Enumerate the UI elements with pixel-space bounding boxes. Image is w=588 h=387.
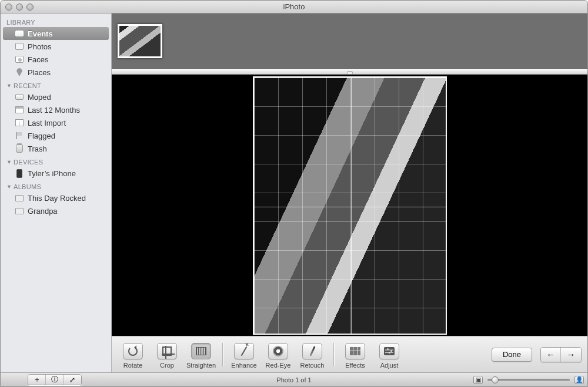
info-button[interactable]: ⓘ xyxy=(46,375,64,385)
disclosure-triangle-icon: ▼ xyxy=(6,159,12,165)
previous-photo-button[interactable]: ← xyxy=(541,348,561,362)
iphone-icon xyxy=(15,169,24,178)
info-icon: ⓘ xyxy=(51,375,58,385)
close-window-icon[interactable] xyxy=(5,4,12,11)
sidebar-section-devices-header[interactable]: ▼ DEVICES xyxy=(1,155,111,167)
zoom-window-icon[interactable] xyxy=(26,4,34,11)
sidebar-item-events[interactable]: Events xyxy=(3,27,109,40)
filmstrip xyxy=(112,14,587,69)
redeye-button[interactable]: Red-Eye xyxy=(263,341,293,369)
sidebar-item-photos[interactable]: Photos xyxy=(3,40,109,53)
wand-icon xyxy=(241,346,248,356)
photo-nav-buttons: ← → xyxy=(540,347,582,362)
redeye-icon xyxy=(273,346,283,356)
retouch-button[interactable]: Retouch xyxy=(297,341,328,369)
effects-icon xyxy=(350,347,360,355)
button-label: Adjust xyxy=(380,362,399,369)
sidebar-section-library-header: LIBRARY xyxy=(1,15,111,27)
effects-button[interactable]: Effects xyxy=(340,341,370,369)
filmstrip-resize-handle[interactable] xyxy=(112,69,587,75)
sidebar-item-faces[interactable]: Faces xyxy=(3,53,109,66)
sidebar-item-label: Flagged xyxy=(28,132,55,140)
sidebar-item-label: Photos xyxy=(28,42,51,51)
sidebar-item-last-12-months[interactable]: Last 12 Months xyxy=(3,103,109,116)
done-button[interactable]: Done xyxy=(492,348,532,362)
sidebar-item-last-import[interactable]: ↓ Last Import xyxy=(3,116,109,129)
sidebar-item-label: Events xyxy=(28,29,53,38)
sidebar-item-trash[interactable]: Trash xyxy=(3,142,109,155)
toolbar-separator xyxy=(333,343,334,366)
add-button[interactable]: ＋ xyxy=(28,375,46,385)
places-icon xyxy=(15,68,24,77)
crop-button[interactable]: Crop xyxy=(152,341,182,369)
album-icon xyxy=(15,206,24,216)
calendar-icon xyxy=(15,105,24,115)
bottom-left-tools: ＋ ⓘ ⤢ xyxy=(28,374,82,385)
flag-icon xyxy=(15,131,24,140)
sidebar-item-label: This Day Rocked xyxy=(28,194,86,203)
sidebar-section-albums-header[interactable]: ▼ ALBUMS xyxy=(1,180,111,191)
sidebar-item-flagged[interactable]: Flagged xyxy=(3,129,109,142)
sidebar-item-label: Grandpa xyxy=(28,207,58,216)
button-label: Rotate xyxy=(123,362,142,369)
rotate-button[interactable]: Rotate xyxy=(118,341,148,369)
next-photo-button[interactable]: → xyxy=(561,348,581,362)
button-label: Crop xyxy=(160,362,174,369)
window-controls xyxy=(5,4,34,11)
straighten-button[interactable]: Straighten xyxy=(186,341,216,369)
sidebar-item-tylers-iphone[interactable]: Tyler’s iPhone xyxy=(3,167,109,180)
thumbnail[interactable] xyxy=(118,24,162,58)
rotate-icon xyxy=(128,346,138,356)
faces-icon xyxy=(15,55,24,64)
trash-icon xyxy=(15,144,24,153)
retouch-icon xyxy=(309,346,315,356)
slideshow-icon: ▣ xyxy=(476,376,481,383)
last-import-icon: ↓ xyxy=(15,118,24,127)
album-icon xyxy=(15,193,24,203)
status-bar: ＋ ⓘ ⤢ Photo 1 of 1 ▣ 👤 xyxy=(1,372,587,386)
toolbar-separator xyxy=(222,343,223,366)
sidebar-item-grandpa[interactable]: Grandpa xyxy=(3,204,109,217)
zoom-slider-knob[interactable] xyxy=(492,376,499,383)
button-label: Straighten xyxy=(186,362,216,369)
adjust-icon xyxy=(384,347,395,355)
photos-icon xyxy=(15,42,24,51)
straighten-icon xyxy=(196,347,206,355)
sidebar-item-label: Places xyxy=(28,68,51,77)
sidebar-item-label: Faces xyxy=(28,55,48,64)
fullscreen-button[interactable]: ⤢ xyxy=(64,375,81,385)
plus-icon: ＋ xyxy=(34,375,41,385)
enhance-button[interactable]: Enhance xyxy=(229,341,259,369)
button-label: Retouch xyxy=(300,362,325,369)
person-icon: 👤 xyxy=(576,376,583,383)
sidebar-item-this-day-rocked[interactable]: This Day Rocked xyxy=(3,191,109,204)
sidebar-item-moped[interactable]: Moped xyxy=(3,90,109,103)
zoom-slider[interactable] xyxy=(487,379,570,381)
app-window: iPhoto LIBRARY Events Photos Faces Place… xyxy=(0,0,588,387)
fullscreen-icon: ⤢ xyxy=(69,376,75,384)
status-text: Photo 1 of 1 xyxy=(276,376,311,383)
button-label: Enhance xyxy=(231,362,256,369)
events-icon xyxy=(15,29,24,38)
sidebar-item-label: Last Import xyxy=(28,119,66,127)
photo-viewport[interactable] xyxy=(112,75,587,336)
minimize-window-icon[interactable] xyxy=(16,4,23,11)
tag-faces-button[interactable]: 👤 xyxy=(574,376,584,384)
disclosure-triangle-icon: ▼ xyxy=(6,83,12,89)
main-area: Rotate Crop Straighten Enhance xyxy=(112,14,587,372)
sidebar-item-label: Last 12 Months xyxy=(28,106,80,115)
sidebar-item-label: Tyler’s iPhone xyxy=(28,169,76,178)
slideshow-button[interactable]: ▣ xyxy=(473,376,483,384)
straighten-grid-overlay xyxy=(253,77,446,334)
crop-icon xyxy=(162,346,172,356)
arrow-left-icon: ← xyxy=(546,349,555,359)
arrow-right-icon: → xyxy=(567,349,576,359)
sidebar-section-recent-header[interactable]: ▼ RECENT xyxy=(1,79,111,90)
edit-toolbar: Rotate Crop Straighten Enhance xyxy=(112,336,587,372)
sidebar: LIBRARY Events Photos Faces Places ▼ REC… xyxy=(1,14,112,372)
photo-image xyxy=(253,76,447,335)
sidebar-item-places[interactable]: Places xyxy=(3,66,109,79)
sidebar-item-label: Moped xyxy=(28,93,51,102)
adjust-button[interactable]: Adjust xyxy=(374,341,405,369)
button-label: Effects xyxy=(345,362,365,369)
